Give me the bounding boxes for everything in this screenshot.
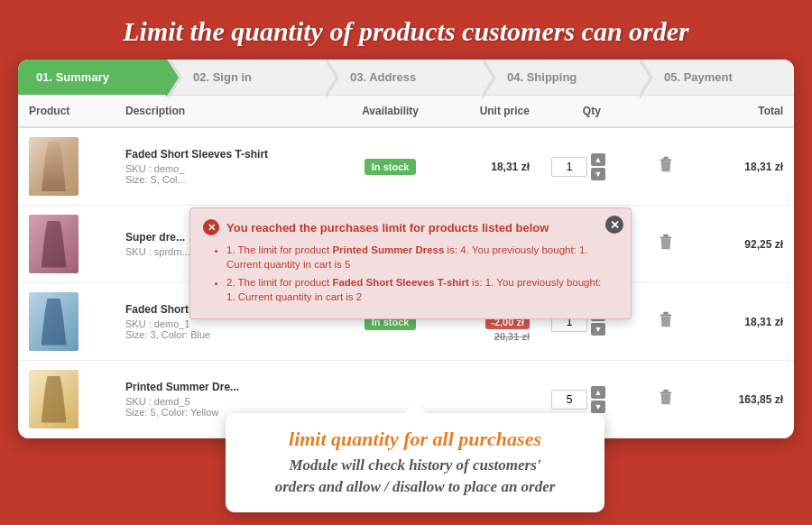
svg-rect-2 xyxy=(660,237,671,238)
error-icon: ✕ xyxy=(203,219,219,235)
step-payment[interactable]: 05. Payment xyxy=(637,60,794,95)
step-summary[interactable]: 01. Summary xyxy=(18,60,166,95)
delete-button[interactable] xyxy=(654,388,678,410)
total-cell: 18,31 zł xyxy=(705,127,794,206)
qty-cell: ▲ ▼ xyxy=(540,127,643,206)
col-total: Total xyxy=(705,96,794,127)
qty-input[interactable] xyxy=(551,157,587,177)
product-image-cell xyxy=(18,127,115,206)
product-image xyxy=(29,215,78,273)
product-image xyxy=(29,370,78,428)
tooltip-line2: Module will check history of customers'o… xyxy=(244,455,586,498)
total-cell: 92,25 zł xyxy=(705,206,794,283)
page-header: Limit the quantity of products customers… xyxy=(0,0,812,60)
tooltip-line1: limit quantity for all purchases xyxy=(244,428,586,451)
delete-button[interactable] xyxy=(654,155,678,178)
qty-up-button[interactable]: ▲ xyxy=(591,153,605,166)
qty-input[interactable] xyxy=(551,390,587,410)
svg-rect-3 xyxy=(663,235,668,237)
total-cell: 18,31 zł xyxy=(705,283,794,361)
trash-icon xyxy=(658,155,674,173)
error-list: 1. The limit for product Printed Summer … xyxy=(203,243,604,304)
qty-down-button[interactable]: ▼ xyxy=(591,323,605,336)
svg-rect-1 xyxy=(663,157,668,160)
delete-cell xyxy=(643,127,705,206)
bottom-tooltip: limit quantity for all purchases Module … xyxy=(226,413,604,512)
svg-rect-6 xyxy=(660,392,671,393)
close-popup-button[interactable]: ✕ xyxy=(605,216,623,234)
step-shipping[interactable]: 04. Shipping xyxy=(480,60,637,95)
qty-down-button[interactable]: ▼ xyxy=(591,401,605,413)
product-image-cell xyxy=(18,361,115,438)
svg-rect-7 xyxy=(663,390,668,392)
qty-down-button[interactable]: ▼ xyxy=(591,168,605,180)
svg-rect-0 xyxy=(660,160,671,161)
col-availability: Availability xyxy=(337,96,444,127)
qty-up-button[interactable]: ▲ xyxy=(591,386,605,399)
checkout-steps: 01. Summary 02. Sign in 03. Address 04. … xyxy=(18,60,794,96)
step-address[interactable]: 03. Address xyxy=(323,60,480,95)
original-price: 20,31 zł xyxy=(454,331,530,342)
col-product: Product xyxy=(18,96,115,127)
price-cell: 18,31 zł xyxy=(443,127,540,206)
col-description: Description xyxy=(115,96,337,127)
error-popup-title: ✕ You reached the purchases limit for pr… xyxy=(203,219,604,235)
svg-rect-5 xyxy=(663,312,668,315)
table-row: Faded Short Sleeves T-shirt SKU : demo_ … xyxy=(18,127,794,206)
in-stock-badge: In stock xyxy=(364,159,417,175)
step-signin[interactable]: 02. Sign in xyxy=(166,60,323,95)
trash-icon xyxy=(658,233,674,251)
col-unit-price: Unit price xyxy=(443,96,540,127)
availability-cell: In stock xyxy=(337,127,444,206)
product-name: Printed Summer Dre... xyxy=(125,381,327,393)
error-popup: ✕ You reached the purchases limit for pr… xyxy=(189,207,632,319)
product-description-cell: Faded Short Sleeves T-shirt SKU : demo_ … xyxy=(115,127,337,206)
svg-rect-4 xyxy=(660,315,671,316)
delete-button[interactable] xyxy=(654,233,678,255)
product-image xyxy=(29,137,78,196)
product-name: Faded Short Sleeves T-shirt xyxy=(125,148,327,161)
trash-icon xyxy=(658,388,674,406)
product-sku: SKU : demo_1 Size: 3, Color: Blue xyxy=(125,318,327,340)
error-item: 1. The limit for product Printed Summer … xyxy=(226,243,604,272)
col-qty: Qty xyxy=(540,96,643,127)
product-image-cell xyxy=(18,206,115,283)
table-header-row: Product Description Availability Unit pr… xyxy=(18,96,794,127)
product-image xyxy=(29,292,78,351)
delete-cell xyxy=(643,206,705,283)
delete-cell xyxy=(643,283,705,361)
trash-icon xyxy=(658,310,674,328)
product-sku: SKU : demo_ Size: S, Col... xyxy=(125,163,327,185)
error-item: 2. The limit for product Faded Short Sle… xyxy=(226,275,604,304)
page-title: Limit the quantity of products customers… xyxy=(0,16,812,47)
delete-button[interactable] xyxy=(654,310,678,333)
product-image-cell xyxy=(18,283,115,361)
delete-cell xyxy=(643,361,705,438)
total-cell: 163,85 zł xyxy=(705,361,794,438)
